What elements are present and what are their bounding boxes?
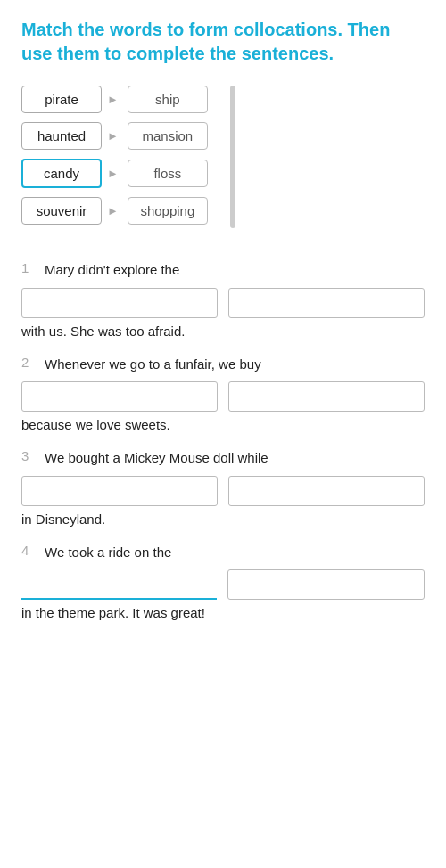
sentence-text-3-before: We bought a Mickey Mouse doll while bbox=[45, 448, 268, 469]
instruction: Match the words to form collocations. Th… bbox=[21, 18, 425, 66]
word-right-floss[interactable]: floss bbox=[128, 160, 208, 187]
sentence-text-4-before: We took a ride on the bbox=[45, 543, 171, 563]
sentence-2: 2 Whenever we go to a funfair, we buy be… bbox=[21, 355, 425, 433]
arrow-4: ► bbox=[107, 204, 119, 217]
word-pair-4: souvenir ► bbox=[21, 197, 119, 225]
sentence-text-1-before: Mary didn't explore the bbox=[45, 260, 179, 281]
answer-input-3a[interactable] bbox=[21, 476, 218, 506]
sentences-section: 1 Mary didn't explore the with us. She w… bbox=[21, 260, 425, 620]
sentence-text-4-after: in the theme park. It was great! bbox=[21, 605, 425, 620]
sentence-1: 1 Mary didn't explore the with us. She w… bbox=[21, 260, 425, 339]
sentence-3: 3 We bought a Mickey Mouse doll while in… bbox=[21, 448, 425, 527]
word-pair-4-right: shopping bbox=[128, 197, 225, 225]
sentence-num-3: 3 bbox=[21, 448, 36, 463]
answer-input-2b[interactable] bbox=[228, 381, 425, 412]
word-left-souvenir[interactable]: souvenir bbox=[21, 197, 102, 225]
answer-input-3b[interactable] bbox=[228, 476, 425, 506]
word-left-pirate[interactable]: pirate bbox=[21, 86, 102, 113]
answer-boxes-2 bbox=[21, 381, 425, 412]
sentence-num-4: 4 bbox=[21, 543, 36, 558]
sentence-num-2: 2 bbox=[21, 355, 36, 370]
answer-boxes-3 bbox=[21, 476, 425, 506]
sentence-4: 4 We took a ride on the in the theme par… bbox=[21, 543, 425, 621]
word-pair-2-right: mansion bbox=[128, 122, 225, 150]
word-right-mansion[interactable]: mansion bbox=[128, 122, 208, 150]
word-pair-2: haunted ► bbox=[21, 122, 119, 150]
word-left-haunted[interactable]: haunted bbox=[21, 122, 102, 150]
sentence-text-2-after: because we love sweets. bbox=[21, 417, 425, 432]
answer-boxes-1 bbox=[21, 288, 425, 318]
arrow-1: ► bbox=[107, 93, 119, 106]
sentence-num-1: 1 bbox=[21, 260, 36, 275]
sentence-text-3-after: in Disneyland. bbox=[21, 512, 425, 527]
word-pair-3-right: floss bbox=[128, 159, 225, 188]
word-left-candy[interactable]: candy bbox=[21, 159, 102, 188]
answer-input-1b[interactable] bbox=[228, 288, 425, 318]
answer-input-4b[interactable] bbox=[227, 569, 425, 600]
arrow-2: ► bbox=[107, 129, 119, 143]
word-pair-1: pirate ► bbox=[21, 86, 119, 113]
answer-input-2a[interactable] bbox=[21, 381, 218, 412]
answer-input-1a[interactable] bbox=[21, 288, 218, 318]
word-pair-3: candy ► bbox=[21, 159, 119, 188]
word-right-ship[interactable]: ship bbox=[128, 86, 208, 113]
sentence-text-1-after: with us. She was too afraid. bbox=[21, 323, 425, 339]
sentence-text-2-before: Whenever we go to a funfair, we buy bbox=[45, 355, 261, 375]
answer-boxes-4 bbox=[21, 569, 425, 600]
word-pair-1-right: ship bbox=[128, 86, 225, 113]
word-right-shopping[interactable]: shopping bbox=[128, 197, 208, 225]
answer-input-4a[interactable] bbox=[21, 569, 217, 600]
word-grid: pirate ► ship haunted ► mansion candy ► … bbox=[21, 86, 225, 225]
arrow-3: ► bbox=[107, 167, 119, 180]
